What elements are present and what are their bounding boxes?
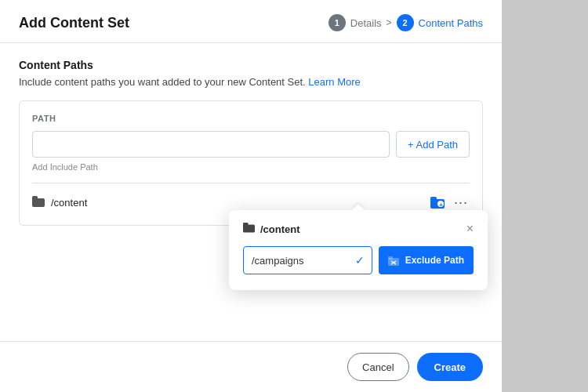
section-title: Content Paths <box>19 59 483 71</box>
breadcrumb-step-1: 1 Details <box>328 14 382 31</box>
modal-header: /content × <box>243 223 474 235</box>
modal-popup: /content × ✓ <box>229 210 488 290</box>
svg-rect-1 <box>32 196 38 200</box>
step2-circle: 2 <box>397 14 414 31</box>
exclude-path-button[interactable]: Exclude Path <box>379 246 474 274</box>
page-title: Add Content Set <box>19 15 129 31</box>
path-input[interactable] <box>32 131 390 158</box>
path-label: PATH <box>32 114 470 123</box>
modal-input-check-icon: ✓ <box>355 254 365 267</box>
modal-title: /content <box>243 223 300 235</box>
exclude-folder-icon <box>388 255 401 266</box>
modal-input-wrapper: ✓ <box>243 246 372 274</box>
folder-icon <box>32 196 45 209</box>
side-panel <box>502 0 588 392</box>
footer: Cancel Create <box>0 341 502 392</box>
add-path-hint: Add Include Path <box>32 162 470 172</box>
modal-caret <box>352 204 365 210</box>
page-header: Add Content Set 1 Details > 2 Content Pa… <box>0 0 502 43</box>
svg-rect-3 <box>430 197 437 201</box>
learn-more-link[interactable]: Learn More <box>308 76 360 88</box>
breadcrumb: 1 Details > 2 Content Paths <box>328 14 483 31</box>
path-input-row: + Add Path <box>32 131 470 158</box>
modal-close-button[interactable]: × <box>466 223 474 235</box>
path-item-left: /content <box>32 196 87 209</box>
path-item-folder-icon-btn[interactable]: + <box>429 195 446 211</box>
step1-circle: 1 <box>328 14 346 31</box>
section-description: Include content paths you want added to … <box>19 76 483 88</box>
svg-text:+: + <box>439 201 443 208</box>
step2-label: Content Paths <box>419 17 483 29</box>
modal-folder-icon <box>243 223 255 235</box>
step1-label: Details <box>350 17 382 29</box>
modal-input-row: ✓ Exclude Path <box>243 246 474 274</box>
path-divider <box>32 183 470 183</box>
path-card: PATH + Add Path Add Include Path /conten… <box>19 100 483 226</box>
path-item-name: /content <box>51 197 87 209</box>
create-button[interactable]: Create <box>417 353 483 381</box>
svg-rect-7 <box>243 223 249 227</box>
breadcrumb-step-2: 2 Content Paths <box>397 14 483 31</box>
add-path-button[interactable]: + Add Path <box>396 131 470 158</box>
breadcrumb-arrow: > <box>387 17 392 28</box>
content-area: Content Paths Include content paths you … <box>0 43 502 341</box>
svg-rect-9 <box>388 256 393 260</box>
modal-path-input[interactable] <box>243 246 372 274</box>
cancel-button[interactable]: Cancel <box>347 353 408 381</box>
